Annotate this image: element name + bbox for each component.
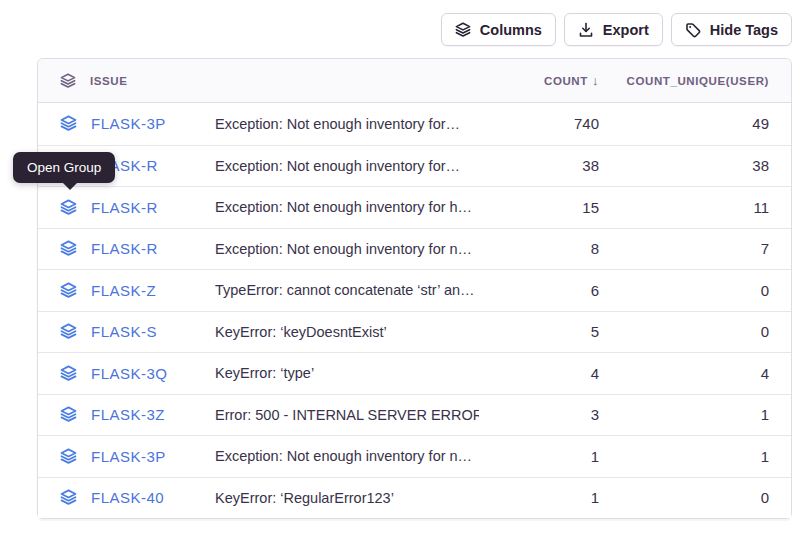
issue-cell: FLASK-R xyxy=(38,199,215,216)
column-header-count[interactable]: COUNT↓ xyxy=(479,73,599,88)
stack-icon[interactable] xyxy=(60,406,77,423)
issue-link[interactable]: FLASK-3P xyxy=(91,448,166,465)
issue-title: Error: 500 - INTERNAL SERVER ERROR xyxy=(215,407,479,423)
table-row: FLASK-3Z Error: 500 - INTERNAL SERVER ER… xyxy=(38,394,791,436)
tooltip-arrow xyxy=(63,183,77,197)
stack-icon[interactable] xyxy=(60,448,77,465)
tooltip-label: Open Group xyxy=(27,160,101,175)
count-value: 4 xyxy=(479,365,599,382)
table-row: FLASK-3P Exception: Not enough inventory… xyxy=(38,435,791,477)
issue-cell: FLASK-3Z xyxy=(38,406,215,423)
count-value: 1 xyxy=(479,489,599,506)
sort-descending-icon: ↓ xyxy=(592,73,599,88)
count-value: 3 xyxy=(479,406,599,423)
column-header-issue[interactable]: ISSUE xyxy=(38,73,215,89)
issue-title: KeyError: ‘RegularError123’ xyxy=(215,490,479,506)
issue-cell: FLASK-40 xyxy=(38,489,215,506)
issues-table: ISSUE COUNT↓ COUNT_UNIQUE(USER) FLASK-3P… xyxy=(37,58,792,519)
stack-icon[interactable] xyxy=(60,199,77,216)
count-value: 38 xyxy=(479,157,599,174)
count-unique-value: 4 xyxy=(599,365,769,382)
count-unique-value: 0 xyxy=(599,489,769,506)
issue-link[interactable]: FLASK-R xyxy=(91,199,158,216)
table-body: FLASK-3P Exception: Not enough inventory… xyxy=(38,103,791,518)
issue-cell: FLASK-3Q xyxy=(38,365,215,382)
stack-icon xyxy=(60,73,76,89)
issue-link[interactable]: FLASK-3Q xyxy=(91,365,168,382)
issue-title: KeyError: ‘keyDoesntExist’ xyxy=(215,324,479,340)
issue-link[interactable]: FLASK-3P xyxy=(91,115,166,132)
stack-icon[interactable] xyxy=(60,240,77,257)
count-value: 740 xyxy=(479,115,599,132)
tag-icon xyxy=(685,22,701,38)
count-value: 6 xyxy=(479,282,599,299)
stack-icon[interactable] xyxy=(60,115,77,132)
export-button-label: Export xyxy=(603,22,649,38)
count-value: 15 xyxy=(479,199,599,216)
count-unique-value: 1 xyxy=(599,448,769,465)
columns-button[interactable]: Columns xyxy=(441,13,556,46)
issue-link[interactable]: FLASK-R xyxy=(91,240,158,257)
stack-icon[interactable] xyxy=(60,323,77,340)
issue-link[interactable]: FLASK-40 xyxy=(91,489,164,506)
export-button[interactable]: Export xyxy=(564,13,663,46)
issue-column-label: ISSUE xyxy=(90,75,128,87)
count-unique-value: 49 xyxy=(599,115,769,132)
count-unique-value: 0 xyxy=(599,282,769,299)
count-unique-value: 1 xyxy=(599,406,769,423)
count-value: 1 xyxy=(479,448,599,465)
table-row: FLASK-R Exception: Not enough inventory … xyxy=(38,145,791,187)
count-unique-value: 7 xyxy=(599,240,769,257)
table-row: FLASK-3P Exception: Not enough inventory… xyxy=(38,103,791,145)
count-value: 8 xyxy=(479,240,599,257)
count-unique-value: 0 xyxy=(599,323,769,340)
issue-cell: FLASK-Z xyxy=(38,282,215,299)
issue-title: Exception: Not enough inventory for… xyxy=(215,116,479,132)
table-row: FLASK-Z TypeError: cannot concatenate ‘s… xyxy=(38,269,791,311)
issue-title: Exception: Not enough inventory for… xyxy=(215,158,479,174)
issue-cell: FLASK-S xyxy=(38,323,215,340)
hide-tags-button-label: Hide Tags xyxy=(710,22,778,38)
download-icon xyxy=(578,22,594,38)
issue-link[interactable]: FLASK-S xyxy=(91,323,157,340)
issue-title: Exception: Not enough inventory for n… xyxy=(215,241,479,257)
issue-cell: FLASK-3P xyxy=(38,115,215,132)
count-unique-column-label: COUNT_UNIQUE(USER) xyxy=(627,75,769,87)
stack-icon xyxy=(455,22,471,38)
tooltip: Open Group xyxy=(13,152,115,183)
stack-icon[interactable] xyxy=(60,282,77,299)
count-unique-value: 38 xyxy=(599,157,769,174)
count-unique-value: 11 xyxy=(599,199,769,216)
toolbar: Columns Export Hide Tags xyxy=(441,13,792,46)
issue-title: TypeError: cannot concatenate ‘str’ an… xyxy=(215,282,479,298)
issue-link[interactable]: FLASK-Z xyxy=(91,282,156,299)
column-header-count-unique[interactable]: COUNT_UNIQUE(USER) xyxy=(599,75,769,87)
count-value: 5 xyxy=(479,323,599,340)
table-row: FLASK-R Exception: Not enough inventory … xyxy=(38,186,791,228)
issue-title: Exception: Not enough inventory for n… xyxy=(215,448,479,464)
issue-title: KeyError: ‘type’ xyxy=(215,365,479,381)
hide-tags-button[interactable]: Hide Tags xyxy=(671,13,792,46)
count-column-label: COUNT xyxy=(544,75,588,87)
issue-title: Exception: Not enough inventory for h… xyxy=(215,199,479,215)
table-row: FLASK-R Exception: Not enough inventory … xyxy=(38,228,791,270)
table-row: FLASK-40 KeyError: ‘RegularError123’ 1 0 xyxy=(38,477,791,519)
stack-icon[interactable] xyxy=(60,365,77,382)
issue-link[interactable]: FLASK-3Z xyxy=(91,406,165,423)
issue-cell: FLASK-R xyxy=(38,240,215,257)
issue-cell: FLASK-3P xyxy=(38,448,215,465)
table-row: FLASK-3Q KeyError: ‘type’ 4 4 xyxy=(38,352,791,394)
columns-button-label: Columns xyxy=(480,22,542,38)
table-row: FLASK-S KeyError: ‘keyDoesntExist’ 5 0 xyxy=(38,311,791,353)
stack-icon[interactable] xyxy=(60,489,77,506)
table-header-row: ISSUE COUNT↓ COUNT_UNIQUE(USER) xyxy=(38,59,791,103)
